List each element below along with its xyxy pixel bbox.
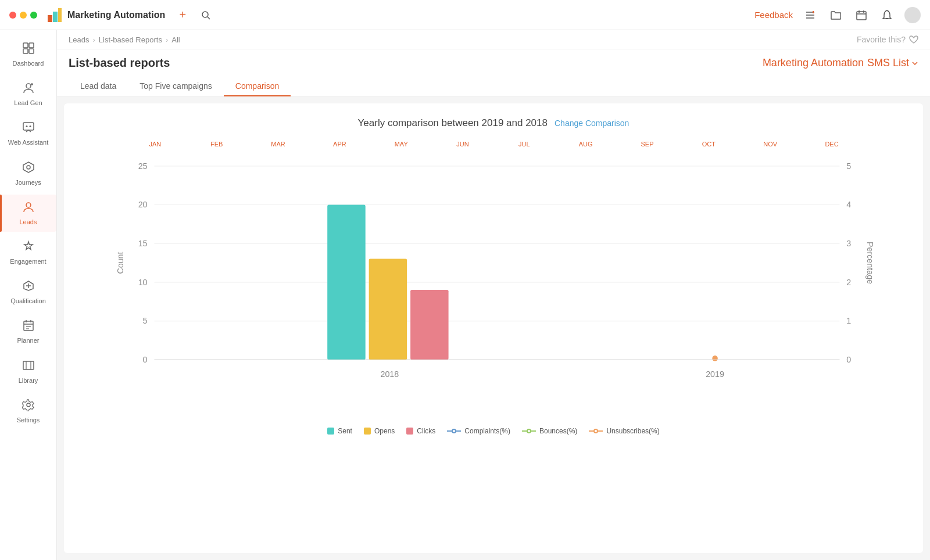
calendar-icon-button[interactable] — [853, 7, 870, 23]
favorite-area[interactable]: Favorite this? — [857, 35, 918, 44]
add-button[interactable]: + — [174, 7, 191, 23]
svg-rect-9 — [857, 12, 866, 20]
tab-lead-data[interactable]: Lead data — [69, 77, 128, 96]
month-oct: OCT — [678, 141, 739, 148]
tab-top-five-campaigns-label: Top Five campaigns — [140, 81, 212, 91]
webassistant-icon — [22, 121, 35, 137]
sidebar-label-journeys: Journeys — [15, 179, 41, 186]
list-icon-button[interactable] — [802, 7, 818, 23]
svg-marker-24 — [23, 162, 34, 173]
tab-comparison-label: Comparison — [235, 81, 279, 91]
sidebar-item-qualification[interactable]: Qualification — [0, 274, 56, 311]
legend-label-sent: Sent — [338, 427, 352, 435]
sidebar-label-library: Library — [19, 377, 38, 385]
month-jan: JAN — [124, 141, 186, 148]
calendar-icon — [856, 10, 867, 20]
svg-point-26 — [26, 203, 31, 207]
folder-icon — [831, 10, 841, 20]
planner-icon — [22, 319, 35, 335]
bar-2018-opens — [369, 259, 407, 360]
point-2019-unsubscribes — [712, 356, 718, 361]
sidebar-item-planner[interactable]: Planner — [0, 313, 56, 350]
sidebar: Dashboard Lead Gen — [0, 30, 57, 560]
sidebar-item-leads[interactable]: Leads — [0, 195, 56, 232]
content-area: Leads › List-based Reports › All Favorit… — [57, 30, 930, 560]
month-mar: MAR — [248, 141, 309, 148]
y-axis-15: 15 — [138, 239, 148, 248]
search-icon — [201, 10, 210, 20]
month-jul: JUL — [493, 141, 555, 148]
legend-line-bounces — [522, 430, 536, 432]
app-title: Marketing Automation — [67, 10, 165, 20]
qualification-icon — [22, 279, 35, 295]
sidebar-item-engagement[interactable]: Engagement — [0, 234, 56, 271]
list-dropdown[interactable]: SMS List — [867, 57, 918, 69]
chevron-down-icon — [911, 60, 918, 67]
traffic-light-green[interactable] — [30, 12, 37, 19]
breadcrumb-sep-1: › — [92, 35, 95, 44]
sidebar-item-dashboard[interactable]: Dashboard — [0, 36, 56, 73]
svg-rect-14 — [23, 43, 28, 48]
traffic-light-red[interactable] — [9, 12, 16, 19]
legend-complaints: Complaints(%) — [447, 427, 510, 435]
chart-title-area: Yearly comparison between 2019 and 2018 … — [78, 117, 909, 129]
legend-label-bounces: Bounces(%) — [539, 427, 577, 435]
y-axis-right-4: 4 — [846, 200, 851, 209]
legend-opens: Opens — [364, 427, 395, 435]
legend-label-unsubscribes: Unsubscribes(%) — [606, 427, 659, 435]
y-axis-25: 25 — [138, 161, 148, 171]
page-header-top: List-based reports Marketing Automation … — [69, 56, 918, 70]
list-dropdown-label: SMS List — [867, 57, 909, 69]
feedback-link[interactable]: Feedback — [754, 10, 793, 20]
list-icon — [805, 10, 815, 20]
bell-icon — [882, 10, 892, 20]
sidebar-item-library[interactable]: Library — [0, 353, 56, 390]
legend-label-opens: Opens — [374, 427, 395, 435]
favorite-label: Favorite this? — [857, 35, 906, 44]
traffic-light-yellow[interactable] — [20, 12, 27, 19]
sidebar-item-settings[interactable]: Settings — [0, 393, 56, 430]
tab-comparison[interactable]: Comparison — [224, 77, 291, 96]
breadcrumb-leads[interactable]: Leads — [69, 35, 89, 44]
chart-svg-wrapper: 25 20 15 10 5 0 5 4 3 2 1 0 Count Percen… — [78, 152, 909, 418]
svg-rect-21 — [23, 123, 34, 130]
chart-svg: 25 20 15 10 5 0 5 4 3 2 1 0 Count Percen… — [113, 152, 874, 415]
year-2018-label: 2018 — [380, 369, 399, 379]
legend-unsubscribes: Unsubscribes(%) — [589, 427, 659, 435]
change-comparison-button[interactable]: Change Comparison — [555, 119, 629, 128]
month-aug: AUG — [555, 141, 617, 148]
list-selector-label: Marketing Automation — [763, 57, 864, 69]
library-icon — [22, 359, 35, 375]
sidebar-label-webassistant: Web Assistant — [8, 139, 49, 146]
month-nov: NOV — [739, 141, 801, 148]
y-axis-5: 5 — [143, 316, 148, 325]
title-bar-right: Feedback — [754, 7, 921, 23]
dashboard-icon — [22, 42, 35, 58]
settings-icon — [22, 399, 35, 414]
sidebar-label-engagement: Engagement — [10, 258, 46, 265]
y-axis-0: 0 — [143, 355, 148, 364]
sidebar-item-journeys[interactable]: Journeys — [0, 155, 56, 192]
folder-icon-button[interactable] — [828, 7, 844, 23]
sidebar-label-qualification: Qualification — [10, 297, 46, 305]
sidebar-item-leadgen[interactable]: Lead Gen — [0, 76, 56, 113]
journeys-icon — [22, 161, 35, 177]
list-selector[interactable]: Marketing Automation SMS List — [763, 57, 918, 69]
title-bar-actions: + — [174, 7, 214, 23]
legend-clicks: Clicks — [406, 427, 435, 435]
bell-icon-button[interactable] — [879, 7, 895, 23]
title-bar: Marketing Automation + Feedback — [0, 0, 930, 30]
avatar[interactable] — [904, 7, 921, 23]
page-header: List-based reports Marketing Automation … — [57, 49, 930, 96]
search-button[interactable] — [198, 7, 214, 23]
sidebar-item-webassistant[interactable]: Web Assistant — [0, 115, 56, 152]
tab-top-five-campaigns[interactable]: Top Five campaigns — [128, 77, 224, 96]
month-dec: DEC — [801, 141, 863, 148]
svg-point-23 — [29, 125, 31, 127]
legend-dot-opens — [364, 428, 371, 435]
svg-rect-17 — [29, 49, 34, 53]
svg-point-25 — [27, 166, 30, 169]
y-axis-percentage-label: Percentage — [865, 242, 875, 284]
breadcrumb-list-based-reports[interactable]: List-based Reports — [99, 35, 162, 44]
y-axis-right-2: 2 — [846, 278, 851, 287]
